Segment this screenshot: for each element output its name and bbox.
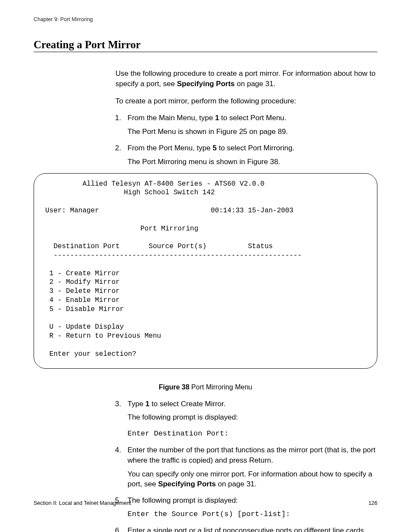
page: Chapter 9: Port Mirroring Creating a Por… [0,0,411,532]
step-text: to select Port Menu. [219,114,286,122]
key-1b: 1 [146,400,149,408]
procedure-list-cont: Type 1 to select Create Mirror. The foll… [115,399,377,532]
intro-text: on page 31. [235,80,276,88]
figure-number: Figure 38 [159,383,190,391]
prompt-source-ports: Enter the Source Port(s) [port-list]: [128,509,377,520]
step-text: Enter the number of the port that functi… [128,446,375,464]
step-6: Enter a single port or a list of noncons… [123,526,377,532]
step-text: to select Create Mirror. [149,400,226,408]
step-3: Type 1 to select Create Mirror. The foll… [123,399,377,439]
step-3-note: The following prompt is displayed: [128,412,377,423]
footer-page-number: 126 [368,500,377,506]
step-2-note: The Port Mirroring menu is shown in Figu… [128,157,377,167]
step-text: From the Port Menu, type [128,144,212,152]
step-text: Enter a single port or a list of noncons… [128,526,364,532]
content-intro: Use the following procedure to create a … [115,68,377,167]
step-4: Enter the number of the port that functi… [123,445,377,489]
page-header-chapter: Chapter 9: Port Mirroring [34,16,377,22]
step-1-note: The Port Menu is shown in Figure 25 on p… [128,127,377,137]
step-text: From the Main Menu, type [128,114,215,122]
step-5: The following prompt is displayed: Enter… [123,495,377,520]
step-2: From the Port Menu, type 5 to select Por… [123,143,377,167]
figure-caption: Figure 38 Port Mirroring Menu [34,383,377,391]
terminal-screenshot: Allied Telesyn AT-8400 Series - ATS60 V2… [34,173,377,369]
intro-paragraph-1: Use the following procedure to create a … [115,68,377,89]
figure-title: Port Mirroring Menu [190,383,252,391]
specifying-ports-ref-2: Specifying Ports [158,480,216,488]
footer-section: Section II: Local and Telnet Management [34,500,131,506]
page-footer: Section II: Local and Telnet Management … [34,500,377,506]
intro-paragraph-2: To create a port mirror, perform the fol… [115,96,377,106]
step-text: on page 31. [216,480,257,488]
key-1: 1 [215,114,219,122]
section-title: Creating a Port Mirror [34,39,377,52]
step-text: Type [128,400,146,408]
procedure-list: From the Main Menu, type 1 to select Por… [115,113,377,167]
step-text: to select Port Mirroring. [217,144,294,152]
step-1: From the Main Menu, type 1 to select Por… [123,113,377,137]
content-steps-cont: Type 1 to select Create Mirror. The foll… [115,399,377,532]
specifying-ports-ref: Specifying Ports [177,80,235,88]
key-5: 5 [212,144,216,152]
step-4-note: You can specify only one mirror port. Fo… [128,469,377,490]
prompt-destination-port: Enter Destination Port: [128,429,377,439]
